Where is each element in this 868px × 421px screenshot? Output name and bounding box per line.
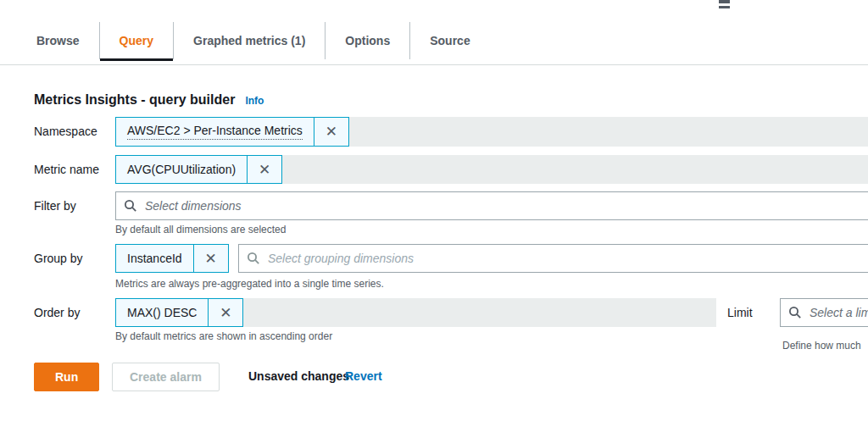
drag-handle-icon[interactable] [719, 0, 730, 11]
tab-options[interactable]: Options [325, 22, 409, 59]
order-by-helper-text: By default metrics are shown in ascendin… [115, 330, 332, 342]
group-by-label: Group by [34, 252, 83, 265]
create-alarm-button[interactable]: Create alarm [112, 363, 220, 391]
metrics-insights-query-panel: Browse Query Graphed metrics (1) Options… [0, 0, 868, 421]
metric-name-remove-icon[interactable]: ✕ [247, 156, 281, 183]
run-button[interactable]: Run [34, 363, 99, 391]
search-icon [247, 252, 260, 265]
filter-dimensions-text-input[interactable] [143, 198, 868, 213]
filter-by-helper-text: By default all dimensions are selected [115, 224, 286, 235]
unsaved-changes-status: Unsaved changes [248, 369, 349, 383]
revert-link[interactable]: Revert [345, 369, 382, 383]
search-icon [788, 306, 802, 319]
namespace-remove-icon[interactable]: ✕ [314, 118, 348, 146]
group-by-token: InstanceId ✕ [115, 244, 229, 273]
tabs-divider [0, 64, 868, 65]
grouping-dimensions-text-input[interactable] [266, 251, 868, 266]
order-by-token: MAX() DESC ✕ [115, 298, 243, 327]
drag-handle-bar [719, 0, 730, 3]
info-link[interactable]: Info [245, 95, 264, 107]
tab-browse[interactable]: Browse [17, 22, 99, 59]
order-by-label: Order by [34, 306, 80, 319]
section-heading: Metrics Insights - query builder Info [34, 92, 264, 108]
tab-graphed-metrics[interactable]: Graphed metrics (1) [173, 22, 325, 59]
tab-source[interactable]: Source [409, 22, 489, 59]
limit-text-input[interactable] [808, 305, 868, 320]
order-by-remove-icon[interactable]: ✕ [208, 299, 242, 326]
group-by-remove-icon[interactable]: ✕ [193, 245, 228, 272]
namespace-label: Namespace [34, 125, 97, 138]
namespace-token-value[interactable]: AWS/EC2 > Per-Instance Metrics [116, 118, 314, 146]
search-icon [124, 199, 137, 213]
namespace-token: AWS/EC2 > Per-Instance Metrics ✕ [115, 117, 349, 147]
limit-input[interactable] [780, 298, 868, 327]
metric-name-label: Metric name [34, 163, 99, 176]
metric-name-token: AVG(CPUUtilization) ✕ [115, 155, 282, 184]
group-by-helper-text: Metrics are always pre-aggregated into a… [115, 278, 384, 290]
limit-label: Limit [727, 306, 753, 319]
group-by-token-value[interactable]: InstanceId [116, 245, 193, 272]
filter-dimensions-input[interactable] [115, 191, 868, 220]
grouping-dimensions-input[interactable] [238, 244, 868, 273]
filter-by-label: Filter by [34, 199, 76, 213]
page-title: Metrics Insights - query builder [34, 92, 235, 108]
order-by-token-value[interactable]: MAX() DESC [116, 299, 208, 326]
metric-name-token-value[interactable]: AVG(CPUUtilization) [116, 156, 247, 183]
drag-handle-bar [719, 6, 730, 8]
tab-bar: Browse Query Graphed metrics (1) Options… [17, 22, 490, 59]
tab-query[interactable]: Query [99, 22, 173, 59]
limit-helper-text: Define how much [782, 340, 861, 352]
